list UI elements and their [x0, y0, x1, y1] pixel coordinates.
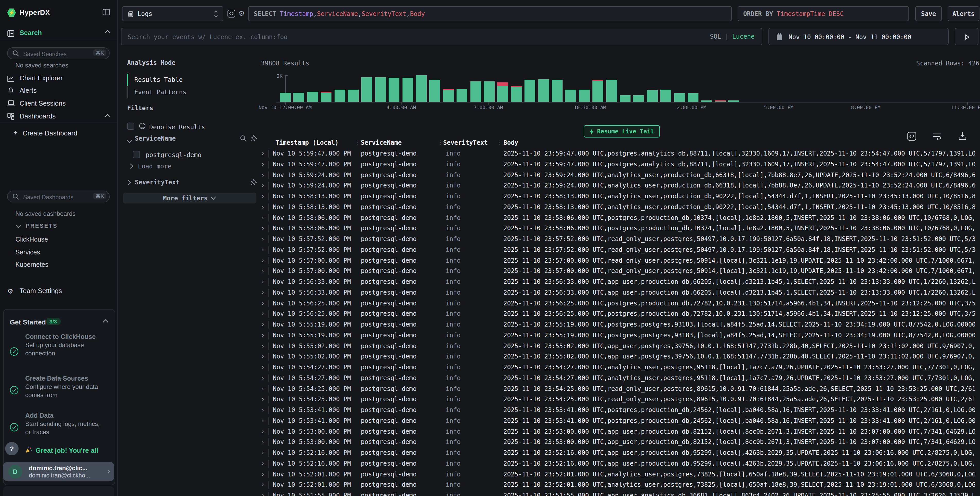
denoise-label[interactable]: Denoise Results [149, 124, 205, 131]
row-expand-chevron-icon[interactable]: › [261, 458, 264, 469]
chevron-down-icon[interactable] [127, 140, 132, 143]
run-query-button[interactable] [955, 28, 978, 45]
get-started-item[interactable]: Add DataStart sending logs, metrics, or … [10, 411, 108, 436]
row-expand-chevron-icon[interactable]: › [261, 330, 264, 341]
row-expand-chevron-icon[interactable]: › [261, 234, 264, 245]
log-table[interactable]: ›Nov 10 5:59:47.000 PMpostgresql-demoinf… [258, 148, 980, 496]
more-filters-button[interactable]: More filters [123, 193, 256, 203]
table-row[interactable]: ›Nov 10 5:59:47.000 PMpostgresql-demoinf… [258, 159, 980, 170]
row-expand-chevron-icon[interactable]: › [261, 437, 264, 448]
row-expand-chevron-icon[interactable]: › [261, 416, 264, 426]
chevron-down-icon[interactable] [16, 225, 21, 228]
table-row[interactable]: ›Nov 10 5:56:25.000 PMpostgresql-demoinf… [258, 309, 980, 320]
table-row[interactable]: ›Nov 10 5:56:33.000 PMpostgresql-demoinf… [258, 277, 980, 287]
filter-group-severitytext[interactable]: SeverityText [135, 179, 180, 186]
pin-icon[interactable] [251, 178, 257, 185]
row-expand-chevron-icon[interactable]: › [261, 180, 264, 191]
get-started-item[interactable]: Create Data SourcesConfigure where your … [10, 375, 108, 399]
table-row[interactable]: ›Nov 10 5:56:25.000 PMpostgresql-demoinf… [258, 298, 980, 309]
lucene-mode-toggle[interactable]: Lucene [732, 33, 754, 40]
preset-item-services[interactable]: Services [16, 249, 40, 256]
orderby-input[interactable]: ORDER BY TimestampTime DESC [738, 6, 909, 21]
table-row[interactable]: ›Nov 10 5:58:06.000 PMpostgresql-demoinf… [258, 223, 980, 234]
denoise-checkbox[interactable] [127, 123, 134, 130]
col-header-severitytext[interactable]: SeverityText [443, 139, 488, 146]
row-expand-chevron-icon[interactable]: › [261, 191, 264, 202]
row-expand-chevron-icon[interactable]: › [261, 266, 264, 277]
table-row[interactable]: ›Nov 10 5:53:00.000 PMpostgresql-demoinf… [258, 437, 980, 448]
row-expand-chevron-icon[interactable]: › [261, 287, 264, 298]
sidebar-item-team-settings[interactable]: Team Settings [19, 287, 62, 295]
sidebar-item-client-sessions[interactable]: Client Sessions [19, 99, 65, 107]
resume-live-tail-button[interactable]: Resume Live Tail [584, 125, 660, 137]
date-range-picker[interactable]: Nov 10 00:00:00 - Nov 11 00:00:00 [768, 28, 948, 45]
table-row[interactable]: ›Nov 10 5:54:27.000 PMpostgresql-demoinf… [258, 373, 980, 384]
row-expand-chevron-icon[interactable]: › [261, 394, 264, 405]
table-row[interactable]: ›Nov 10 5:51:55.000 PMpostgresql-demoinf… [258, 490, 980, 496]
row-expand-chevron-icon[interactable]: › [261, 202, 264, 213]
row-expand-chevron-icon[interactable]: › [261, 405, 264, 416]
pin-icon[interactable] [251, 134, 257, 142]
table-row[interactable]: ›Nov 10 5:55:19.000 PMpostgresql-demoinf… [258, 319, 980, 330]
chevron-up-icon[interactable] [105, 30, 111, 33]
row-expand-chevron-icon[interactable]: › [261, 223, 264, 234]
postgresql-demo-label[interactable]: postgresql-demo [146, 152, 202, 159]
table-row[interactable]: ›Nov 10 5:53:41.000 PMpostgresql-demoinf… [258, 405, 980, 416]
source-settings-gear-icon[interactable]: ⚙ [238, 9, 245, 18]
table-row[interactable]: ›Nov 10 5:53:41.000 PMpostgresql-demoinf… [258, 416, 980, 426]
row-expand-chevron-icon[interactable]: › [261, 277, 264, 287]
row-expand-chevron-icon[interactable]: › [261, 159, 264, 170]
saved-searches-search[interactable]: ⌘K [7, 47, 110, 59]
col-header-servicename[interactable]: ServiceName [361, 139, 402, 146]
sidebar-item-dashboards[interactable]: Dashboards [19, 112, 56, 120]
select-clause-input[interactable]: SELECT Timestamp,ServiceName,SeverityTex… [248, 6, 732, 21]
sql-mode-toggle[interactable]: SQL [710, 33, 721, 40]
table-row[interactable]: ›Nov 10 5:57:00.000 PMpostgresql-demoinf… [258, 255, 980, 266]
table-row[interactable]: ›Nov 10 5:57:52.000 PMpostgresql-demoinf… [258, 234, 980, 245]
table-row[interactable]: ›Nov 10 5:53:00.000 PMpostgresql-demoinf… [258, 426, 980, 437]
table-row[interactable]: ›Nov 10 5:52:16.000 PMpostgresql-demoinf… [258, 458, 980, 469]
collapse-sidebar-icon[interactable] [102, 9, 110, 16]
events-histogram[interactable]: 2K 0 Nov 10 12:00:00 AM4:00:00 AM7:00:00… [261, 75, 980, 112]
table-row[interactable]: ›Nov 10 5:59:47.000 PMpostgresql-demoinf… [258, 148, 980, 159]
row-expand-chevron-icon[interactable]: › [261, 245, 264, 255]
preset-item-clickhouse[interactable]: ClickHouse [16, 236, 48, 243]
table-row[interactable]: ›Nov 10 5:59:24.000 PMpostgresql-demoinf… [258, 180, 980, 191]
alerts-button[interactable]: Alerts [948, 6, 980, 21]
table-row[interactable]: ›Nov 10 5:52:16.000 PMpostgresql-demoinf… [258, 448, 980, 458]
event-search-input[interactable] [127, 28, 721, 46]
table-row[interactable]: ›Nov 10 5:59:24.000 PMpostgresql-demoinf… [258, 170, 980, 180]
event-search-box[interactable]: SQL | Lucene [121, 28, 762, 45]
row-expand-chevron-icon[interactable]: › [261, 170, 264, 180]
column-resize-handle[interactable]: ⋮ [438, 140, 443, 145]
column-resize-handle[interactable]: ⋮ [355, 140, 360, 145]
row-expand-chevron-icon[interactable]: › [261, 351, 264, 362]
sidebar-item-alerts[interactable]: Alerts [19, 86, 37, 94]
row-expand-chevron-icon[interactable]: › [261, 480, 264, 491]
row-expand-chevron-icon[interactable]: › [261, 148, 264, 159]
preset-item-kubernetes[interactable]: Kubernetes [16, 261, 48, 268]
row-expand-chevron-icon[interactable]: › [261, 298, 264, 309]
table-row[interactable]: ›Nov 10 5:52:01.000 PMpostgresql-demoinf… [258, 480, 980, 491]
saved-searches-input[interactable] [22, 48, 91, 60]
col-header-timestamp[interactable]: Timestamp (Local) [275, 139, 339, 146]
tab-event-patterns[interactable]: Event Patterns [134, 89, 186, 96]
row-expand-chevron-icon[interactable]: › [261, 319, 264, 330]
search-icon[interactable] [240, 135, 247, 142]
row-expand-chevron-icon[interactable]: › [261, 255, 264, 266]
row-expand-chevron-icon[interactable]: › [261, 362, 264, 373]
load-more-link[interactable]: Load more [138, 163, 172, 170]
column-resize-handle[interactable]: ⋮ [497, 140, 502, 145]
table-row[interactable]: ›Nov 10 5:58:13.000 PMpostgresql-demoinf… [258, 202, 980, 213]
table-row[interactable]: ›Nov 10 5:55:19.000 PMpostgresql-demoinf… [258, 330, 980, 341]
sidebar-item-search[interactable]: Search [19, 29, 42, 37]
table-row[interactable]: ›Nov 10 5:52:01.000 PMpostgresql-demoinf… [258, 469, 980, 480]
table-row[interactable]: ›Nov 10 5:58:13.000 PMpostgresql-demoinf… [258, 191, 980, 202]
row-expand-chevron-icon[interactable]: › [261, 309, 264, 320]
source-select[interactable]: Logs [122, 6, 223, 21]
row-expand-chevron-icon[interactable]: › [261, 490, 264, 496]
saved-dashboards-search[interactable]: ⌘K [7, 191, 110, 203]
table-row[interactable]: ›Nov 10 5:58:06.000 PMpostgresql-demoinf… [258, 212, 980, 223]
chevron-up-icon[interactable] [105, 114, 111, 117]
filter-group-servicename[interactable]: ServiceName [135, 135, 176, 142]
